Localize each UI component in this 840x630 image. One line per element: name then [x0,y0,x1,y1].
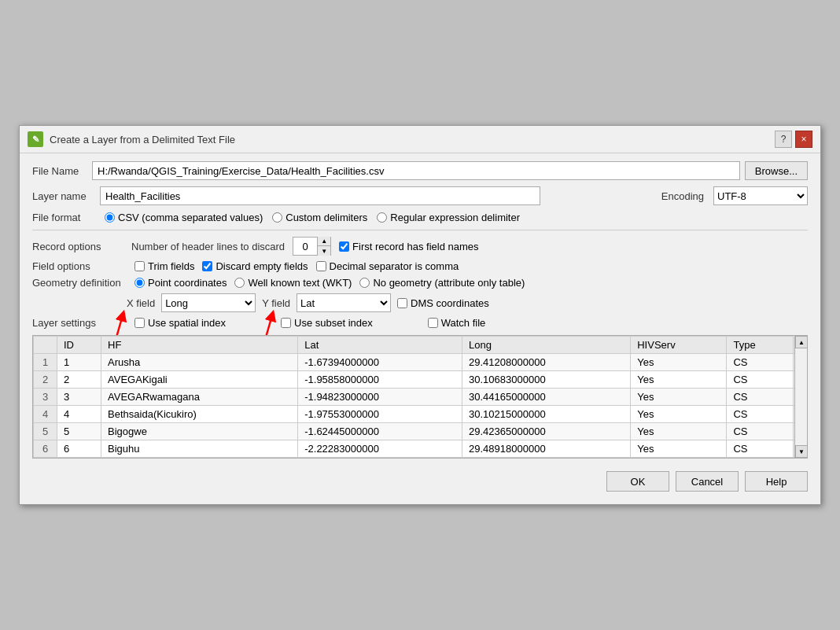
table-cell: Yes [631,354,727,371]
table-row: 44Bethsaida(Kicukiro)-1.9755300000030.10… [34,406,807,423]
y-field-select[interactable]: Lat Long ID [297,293,391,312]
custom-radio[interactable] [272,212,282,223]
subset-index-checkbox[interactable] [281,318,291,328]
regex-radio[interactable] [377,212,387,223]
scroll-track[interactable] [795,348,807,445]
wkt-option[interactable]: Well known text (WKT) [234,277,352,289]
help-button[interactable]: Help [745,471,808,492]
x-field-select[interactable]: Long Lat ID [161,293,256,312]
table-cell: CS [727,371,794,389]
point-coords-option[interactable]: Point coordinates [134,277,227,289]
help-title-button[interactable]: ? [775,131,792,148]
geometry-label: Geometry definition [32,277,127,289]
y-field-label: Y field [262,297,290,309]
file-format-row: File format CSV (comma separated values)… [32,212,808,223]
row-num-cell: 6 [34,440,57,458]
spinner-down[interactable]: ▼ [318,246,330,256]
table-cell: 29.48918000000 [462,440,631,458]
watch-file-checkbox[interactable] [428,318,438,328]
table-row: 22AVEGAKigali-1.9585800000030.1068300000… [34,371,807,389]
scroll-up-btn[interactable]: ▲ [795,336,808,348]
discard-empty-checkbox[interactable] [202,261,212,271]
file-name-input[interactable] [92,161,740,180]
table-cell: 30.44165000000 [462,389,631,406]
file-name-label: File Name [32,165,87,177]
spatial-index-option[interactable]: Use spatial index [134,317,226,329]
file-format-label: File format [32,212,95,223]
app-icon: ✎ [28,131,43,147]
discard-empty-option[interactable]: Discard empty fields [202,260,308,272]
csv-label: CSV (comma separated values) [118,212,263,223]
table-cell: CS [727,389,794,406]
trim-fields-option[interactable]: Trim fields [134,260,194,272]
table-cell: 5 [57,423,101,440]
dialog-title: Create a Layer from a Delimited Text Fil… [50,134,235,146]
custom-radio-option[interactable]: Custom delimiters [272,212,367,223]
header-lines-label: Number of header lines to discard [131,241,285,252]
first-record-checkbox[interactable] [339,241,349,252]
decimal-sep-checkbox[interactable] [316,261,326,271]
row-num-cell: 1 [34,354,57,371]
dialog-body: File Name Browse... Layer name Encoding … [20,153,820,504]
xy-row: X field Long Lat ID Y field Lat Long ID … [32,293,808,312]
col-header-rownum [34,337,57,354]
row-num-cell: 4 [34,406,57,423]
encoding-label: Encoding [661,190,704,202]
wkt-radio[interactable] [234,278,245,288]
table-cell: 2 [57,371,101,389]
close-button[interactable]: × [795,131,812,148]
col-header-long: Long [462,337,631,354]
layer-name-row: Layer name Encoding UTF-8 [32,186,808,205]
subset-index-option[interactable]: Use subset index [281,317,373,329]
table-cell: -1.62445000000 [298,423,462,440]
spinner-up[interactable]: ▲ [318,237,330,246]
scroll-down-btn[interactable]: ▼ [795,445,808,458]
wkt-label: Well known text (WKT) [248,277,352,289]
field-options-row: Field options Trim fields Discard empty … [32,260,808,272]
layer-name-input[interactable] [100,186,540,205]
header-lines-spinner[interactable]: ▲ ▼ [293,237,331,256]
file-name-row: File Name Browse... [32,161,808,180]
table-cell: AVEGAKigali [101,371,298,389]
row-num-cell: 5 [34,423,57,440]
no-geometry-radio[interactable] [359,278,370,288]
no-geometry-option[interactable]: No geometry (attribute only table) [359,277,525,289]
encoding-select[interactable]: UTF-8 [713,186,808,205]
table-cell: 29.41208000000 [462,354,631,371]
trim-fields-checkbox[interactable] [134,261,145,271]
header-lines-input[interactable] [293,241,317,252]
main-dialog: ✎ Create a Layer from a Delimited Text F… [19,125,821,505]
table-row: 33AVEGARwamagana-1.9482300000030.4416500… [34,389,807,406]
regex-radio-option[interactable]: Regular expression delimiter [377,212,520,223]
table-cell: Yes [631,406,727,423]
layer-settings-row: Layer settings Use spatial index Use sub… [32,317,808,329]
layer-settings-label: Layer settings [32,317,127,329]
bottom-row: OK Cancel Help [32,466,808,496]
field-options-label: Field options [32,260,127,272]
dms-option[interactable]: DMS coordinates [397,297,489,309]
decimal-sep-option[interactable]: Decimal separator is comma [316,260,459,272]
table-cell: CS [727,440,794,458]
watch-file-label: Watch file [441,317,486,329]
watch-file-option[interactable]: Watch file [428,317,486,329]
csv-radio[interactable] [105,212,115,223]
browse-button[interactable]: Browse... [745,161,808,180]
trim-fields-label: Trim fields [148,260,194,272]
point-coords-label: Point coordinates [148,277,227,289]
col-header-type: Type [727,337,794,354]
x-field-label: X field [127,297,155,309]
cancel-button[interactable]: Cancel [676,471,739,492]
table-cell: Arusha [101,354,298,371]
table-scrollbar[interactable]: ▲ ▼ [794,336,807,458]
table-row: 11Arusha-1.6739400000029.41208000000YesC… [34,354,807,371]
first-record-option[interactable]: First record has field names [339,241,478,252]
dms-checkbox[interactable] [397,298,407,308]
table-cell: 30.10683000000 [462,371,631,389]
regex-label: Regular expression delimiter [390,212,520,223]
ok-button[interactable]: OK [606,471,669,492]
csv-radio-option[interactable]: CSV (comma separated values) [105,212,263,223]
spatial-index-checkbox[interactable] [134,318,145,328]
table-cell: Yes [631,371,727,389]
dms-label: DMS coordinates [411,297,489,309]
point-coords-radio[interactable] [134,278,145,288]
